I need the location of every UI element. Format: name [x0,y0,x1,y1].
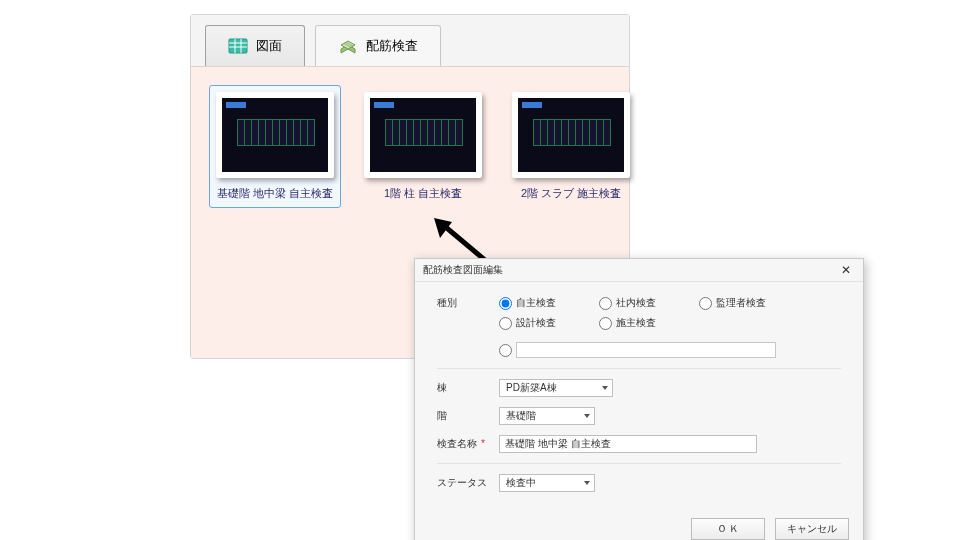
tab-label: 配筋検査 [366,37,418,55]
radio-design[interactable]: 設計検査 [499,316,577,330]
tab-rebar-inspection[interactable]: 配筋検査 [315,25,441,66]
label-floor: 階 [437,409,499,423]
label-type: 種別 [437,296,499,310]
chevron-down-icon [602,386,608,390]
divider [437,463,841,464]
radio-label: 施主検査 [616,316,656,330]
radio-input[interactable] [499,297,512,310]
tab-label: 図面 [256,37,282,55]
label-status: ステータス [437,476,499,490]
radio-supervisor[interactable]: 監理者検査 [699,296,777,310]
thumbnail-label: 2階 スラブ 施主検査 [521,186,621,201]
dialog-title: 配筋検査図面編集 [423,263,503,277]
radio-label: 監理者検査 [716,296,766,310]
svg-rect-0 [229,39,247,53]
radio-input[interactable] [599,297,612,310]
label-inspection-name: 検査名称* [437,437,499,451]
divider [437,368,841,369]
radio-label: 社内検査 [616,296,656,310]
type-radio-group: 自主検査 社内検査 監理者検査 設計検査 施主検査 [499,296,819,358]
select-value: 検査中 [506,476,536,490]
thumbnail-card[interactable]: 2階 スラブ 施主検査 [505,85,637,208]
radio-input[interactable] [699,297,712,310]
row-building: 棟 PD新築A棟 [437,379,841,397]
thumbnail-image [216,92,334,178]
building-select[interactable]: PD新築A棟 [499,379,613,397]
radio-owner[interactable]: 施主検査 [599,316,677,330]
row-floor: 階 基礎階 [437,407,841,425]
status-select[interactable]: 検査中 [499,474,595,492]
thumbnail-label: 基礎階 地中梁 自主検査 [217,186,333,201]
row-type: 種別 自主検査 社内検査 監理者検査 設計検査 [437,296,841,358]
edit-dialog: 配筋検査図面編集 ✕ 種別 自主検査 社内検査 監理者検査 [414,258,864,540]
other-type-input[interactable] [516,342,776,358]
radio-input[interactable] [499,317,512,330]
ok-button[interactable]: Ｏ Ｋ [691,518,765,540]
radio-label: 自主検査 [516,296,556,310]
row-status: ステータス 検査中 [437,474,841,492]
select-value: 基礎階 [506,409,536,423]
floor-select[interactable]: 基礎階 [499,407,595,425]
cancel-button[interactable]: キャンセル [775,518,849,540]
thumbnail-label: 1階 柱 自主検査 [384,186,462,201]
radio-self[interactable]: 自主検査 [499,296,577,310]
chevron-down-icon [584,481,590,485]
label-building: 棟 [437,381,499,395]
input-value: 基礎階 地中梁 自主検査 [505,437,611,451]
required-mark: * [481,438,485,449]
radio-internal[interactable]: 社内検査 [599,296,677,310]
radio-other[interactable] [499,342,776,358]
rebar-icon [338,36,358,56]
select-value: PD新築A棟 [506,381,557,395]
dialog-titlebar: 配筋検査図面編集 ✕ [415,259,863,282]
thumbnail-card[interactable]: 基礎階 地中梁 自主検査 [209,85,341,208]
radio-label: 設計検査 [516,316,556,330]
thumbnail-card[interactable]: 1階 柱 自主検査 [357,85,489,208]
tab-strip: 図面 配筋検査 [191,15,629,66]
tab-drawings[interactable]: 図面 [205,25,305,66]
radio-input[interactable] [599,317,612,330]
dialog-body: 種別 自主検査 社内検査 監理者検査 設計検査 [415,282,863,512]
chevron-down-icon [584,414,590,418]
drawings-icon [228,36,248,56]
radio-input[interactable] [499,344,512,357]
row-inspection-name: 検査名称* 基礎階 地中梁 自主検査 [437,435,841,453]
inspection-name-input[interactable]: 基礎階 地中梁 自主検査 [499,435,757,453]
thumbnail-image [364,92,482,178]
dialog-actions: Ｏ Ｋ キャンセル [415,512,863,540]
close-icon[interactable]: ✕ [837,263,855,277]
thumbnail-image [512,92,630,178]
